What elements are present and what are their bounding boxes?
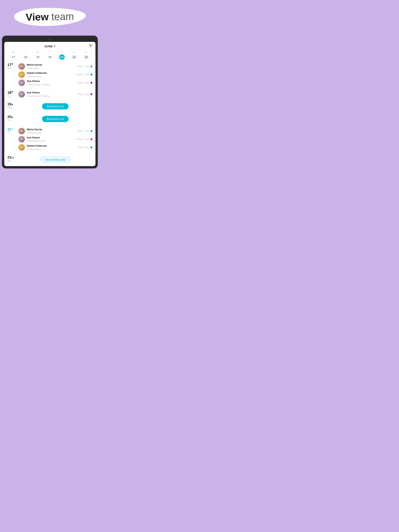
entry-time: 9:00 - 17:30 [77,130,89,132]
entry-type: • Study Leave / Training [27,95,50,97]
day-col-sat[interactable]: S 22 [68,51,80,60]
month-selector[interactable]: JUNE [44,44,56,48]
entry-name: Sue Peters [27,80,75,82]
entry-type: • Annual Leave [27,132,41,134]
entry-row[interactable]: MG Maria Garcia • Annual Leave 9:00 - 17… [18,128,92,134]
tablet-device: JUNE M 17 T 18 [2,36,98,168]
date-day-22: Sat [7,159,16,162]
entry-info-daniel-17: Daniel Anderson • Annual Leave [27,71,74,78]
date-day-19: Wed [7,106,16,109]
day-number-18: 18 [23,54,28,60]
entries-17: MG Maria Garcia • Sick Leave 9:00 - 17:3… [18,63,92,86]
date-label-20: 20th Thu [7,115,16,121]
entries-18: SP Sue Peters • Study Leave / Training 9… [18,91,92,98]
entry-type: • Annual Leave [27,148,41,150]
everyone-in-badge-20: Everyone is in [42,116,69,122]
day-letter-wed: W [37,51,39,54]
entry-info-maria-21: Maria Garcia • Annual Leave [27,128,75,134]
date-label-17: 17th Mon [7,63,16,69]
day-letter-tue: T [25,51,26,54]
day-col-wed[interactable]: W 19 [32,51,44,60]
avatar-daniel-anderson-21: DA [18,144,25,151]
week-days-row: M 17 T 18 W 19 T 20 F 21 [4,50,96,61]
brush-stroke: View team [14,7,86,27]
day-col-mon[interactable]: M 17 [7,51,19,60]
avatar-maria-garcia-21: MG [18,128,25,134]
entry-right: 9:00 - 17:30 [77,93,92,95]
status-dot-green [90,65,92,67]
date-label-21: 21st Fri [7,128,16,134]
date-num-20: 20th [7,115,16,119]
hero-section: View team [0,0,100,36]
avatar-sue-peters: SP [18,79,25,86]
everyone-in-badge-19: Everyone is in [42,103,69,109]
avatar-maria-garcia: MG [18,63,25,70]
dropdown-arrow-icon [54,46,56,47]
date-num-21-today: 21st [7,128,16,131]
entry-right: 14:00 - 17:30 [76,73,92,76]
entry-name: Daniel Anderson [27,71,74,74]
day-letter-sat: S [73,51,75,54]
date-label-19: 19th Wed [7,102,16,109]
day-number-17: 17 [11,54,16,60]
entry-row[interactable]: SP Sue Peters • Study Leave / Training 9… [18,79,92,86]
everyone-in-row-20: Everyone is in [18,115,92,123]
entry-name: Sue Peters [27,91,75,94]
schedule-list: 17th Mon MG Maria Garcia • Sick Leave [4,61,96,166]
date-group-22: 22nd Sat Non-working day [4,153,96,166]
status-dot-purple [90,93,92,95]
entry-time: 9:00 - 17:30 [77,146,89,149]
entry-type: • Annual Leave [27,75,41,77]
status-dot-purple [90,82,92,84]
day-col-sun[interactable]: S 23 [80,51,92,60]
entry-info-maria-17: Maria Garcia • Sick Leave [27,63,75,70]
status-dot-pink [90,138,92,140]
entry-info-sue-17: Sue Peters • Study Leave / Training [27,80,75,86]
tablet-camera [49,39,51,40]
entry-name: Maria Garcia [27,128,75,131]
day-number-20: 20 [47,54,53,60]
entry-row[interactable]: DA Daniel Anderson • Annual Leave 9:00 -… [18,144,92,151]
status-dot-blue [90,146,92,148]
day-col-thu[interactable]: T 20 [44,51,56,60]
day-letter-mon: M [13,51,14,54]
date-group-20: 20th Thu Everyone is in [4,113,96,125]
entry-time: 14:00 - 17:30 [76,138,89,140]
entry-row[interactable]: SP Sue Peters • Dependant Leave 14:00 - … [18,136,92,143]
entry-info-daniel-21: Daniel Anderson • Annual Leave [27,144,75,151]
status-dot-blue [90,130,92,132]
entry-row[interactable]: DA Daniel Anderson • Annual Leave 14:00 … [18,71,92,78]
day-letter-sun: S [85,51,87,54]
date-num-17: 17th [7,63,16,67]
app-header: JUNE [4,42,96,50]
date-group-19: 19th Wed Everyone is in [4,100,96,113]
hero-title-light: team [49,11,74,22]
entry-name: Sue Peters [27,136,74,139]
date-day-21: Fri [7,132,16,134]
date-day-20: Thu [7,119,16,121]
entry-time: 14:00 - 17:30 [76,73,89,76]
entry-time: 9:00 - 17:30 [77,93,89,95]
filter-icon[interactable] [89,44,92,47]
avatar-daniel-anderson: DA [18,71,25,78]
entry-row[interactable]: SP Sue Peters • Study Leave / Training 9… [18,91,92,98]
entry-name: Maria Garcia [27,63,75,66]
hero-title-bold: View [26,11,49,23]
entry-right: 9:00 - 17:30 [77,82,92,84]
entry-time: 9:00 - 17:30 [77,82,89,84]
tablet-wrapper: JUNE M 17 T 18 [0,36,100,174]
entry-info-sue-18: Sue Peters • Study Leave / Training [27,91,75,98]
hero-title: View team [26,11,74,23]
non-working-badge-22: Non-working day [40,156,70,163]
entry-type: • Study Leave / Training [27,83,50,86]
entry-time: 9:00 - 17:30 [77,65,89,68]
entry-name: Daniel Anderson [27,144,75,147]
entry-right: 9:00 - 17:30 [77,130,92,132]
day-col-fri[interactable]: F 21 [56,51,68,60]
day-letter-fri: F [61,51,63,54]
entry-row[interactable]: MG Maria Garcia • Sick Leave 9:00 - 17:3… [18,63,92,70]
day-number-23: 23 [84,54,89,60]
avatar-sue-peters-21: SP [18,136,25,143]
day-letter-thu: T [49,51,51,54]
day-col-tue[interactable]: T 18 [19,51,32,60]
